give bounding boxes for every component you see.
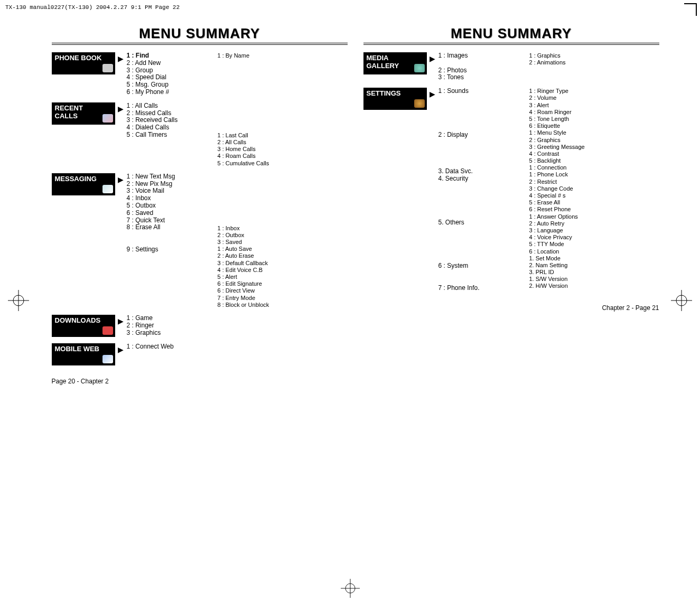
sub-item: 1 : Graphics xyxy=(529,52,659,59)
sub-item: 4 : Special # s xyxy=(529,192,659,199)
crop-mark xyxy=(684,3,697,16)
sub-item: 1 : Phone Lock xyxy=(529,171,659,178)
sub-item: 3 : Default Callback xyxy=(218,260,348,267)
sub-item: 2 : Outbox xyxy=(218,232,348,239)
list-item: 3 : Received Calls xyxy=(127,117,206,124)
list-item xyxy=(438,60,518,67)
sub-item: 6 : Etiquette xyxy=(529,123,659,129)
list-item xyxy=(438,212,518,219)
section-media: MEDIA GALLERY ▶ 1 : Images 2 : Photos 3 … xyxy=(363,52,659,81)
list-item: 6 : My Phone # xyxy=(127,89,206,96)
list-mobileweb: 1 : Connect Web xyxy=(127,343,206,351)
triangle-right-icon: ▶ xyxy=(427,52,438,63)
list-item: 1 : Game xyxy=(127,315,206,322)
sub-item: 3 : Alert xyxy=(529,102,659,109)
list-item xyxy=(438,277,518,285)
sub-item: 2 : Restrict xyxy=(529,179,659,185)
list-item: 3 : Group xyxy=(127,67,206,74)
box-label: DOWNLOADS xyxy=(55,316,101,324)
sub-item: 4 : Roam Calls xyxy=(218,153,348,159)
page-footer-right: Chapter 2 - Page 21 xyxy=(363,305,659,312)
box-label: MEDIA GALLERY xyxy=(367,54,399,70)
triangle-right-icon: ▶ xyxy=(115,52,127,63)
list-item xyxy=(438,226,518,233)
list-item: 1 : Connect Web xyxy=(127,343,206,351)
sub-item: 2 : Auto Retry xyxy=(529,220,659,227)
list-item: 1 : Sounds xyxy=(438,88,518,95)
list-media: 1 : Images 2 : Photos 3 : Tones xyxy=(438,52,518,81)
sub-item: 3 : Home Calls xyxy=(218,146,348,153)
sub-item: 2 : Volume xyxy=(529,95,659,101)
sub-item: 5 : Backlight xyxy=(529,157,659,164)
list-item: 6 : System xyxy=(438,262,518,270)
sub-item: 2 : All Calls xyxy=(218,139,348,146)
list-item xyxy=(438,95,518,102)
list-item xyxy=(438,256,518,263)
list-item: 2 : Missed Calls xyxy=(127,110,206,117)
sub-item: 1 : Ringer Type xyxy=(529,88,659,95)
triangle-right-icon: ▶ xyxy=(115,102,127,113)
box-settings: SETTINGS xyxy=(363,88,427,110)
sub-item: 2. Nam Setting xyxy=(529,262,659,269)
box-label: RECENT CALLS xyxy=(55,104,83,120)
list-item: 5. Others xyxy=(438,219,518,227)
list-item: 5 : Msg. Group xyxy=(127,81,206,89)
sub-item: 3 : Change Code xyxy=(529,185,659,192)
list-item: 5 : Outbox xyxy=(127,202,206,210)
registration-mark-left xyxy=(8,290,29,311)
box-label: SETTINGS xyxy=(367,89,401,97)
box-label: MOBILE WEB xyxy=(55,345,100,353)
box-media: MEDIA GALLERY xyxy=(363,52,427,74)
list-item xyxy=(438,248,518,256)
sub-item: 1 : Inbox xyxy=(218,225,348,232)
list-messaging: 1 : New Text Msg 2 : New Pix Msg 3 : Voi… xyxy=(127,173,206,308)
list-recent: 1 : All Calls 2 : Missed Calls 3 : Recei… xyxy=(127,102,206,167)
section-mobileweb: MOBILE WEB ▶ 1 : Connect Web xyxy=(52,343,348,365)
box-phonebook: PHONE BOOK xyxy=(52,52,115,74)
list-item xyxy=(438,117,518,124)
sub-item: 1 : Last Call xyxy=(218,132,348,139)
list-item: 7 : Quick Text xyxy=(127,217,206,224)
box-recent: RECENT CALLS xyxy=(52,102,115,125)
messaging-icon xyxy=(102,185,113,193)
list-item: 6 : Saved xyxy=(127,210,206,217)
sub-item: 5 : Alert xyxy=(218,274,348,280)
list-item: 4. Security xyxy=(438,175,518,183)
sub-item: 6 : Reset Phone xyxy=(529,206,659,213)
list-item: 1 : New Text Msg xyxy=(127,173,206,181)
sub-item: 5 : Tone Length xyxy=(529,116,659,123)
sub-item: 1. Set Mode xyxy=(529,255,659,262)
box-mobileweb: MOBILE WEB xyxy=(52,343,115,365)
page-footer-left: Page 20 - Chapter 2 xyxy=(52,378,348,386)
list-item: 3 : Tones xyxy=(438,74,518,81)
list-item: 4 : Dialed Calls xyxy=(127,124,206,132)
sub-item: 2 : Auto Erase xyxy=(218,252,348,259)
sub-item: 2 : Graphics xyxy=(529,137,659,144)
sub-item: 4 : Contrast xyxy=(529,151,659,157)
sub-item: 5 : Erase All xyxy=(529,199,659,206)
sub-item: 2 : Animations xyxy=(529,59,659,66)
registration-mark-right xyxy=(671,290,692,311)
list-item xyxy=(438,241,518,248)
list-item: 1 : Find xyxy=(127,52,206,60)
list-phonebook: 1 : Find 2 : Add New 3 : Group 4 : Speed… xyxy=(127,52,206,96)
list-item xyxy=(438,270,518,277)
section-recent: RECENT CALLS ▶ 1 : All Calls 2 : Missed … xyxy=(52,102,348,167)
list-item xyxy=(438,153,518,161)
box-downloads: DOWNLOADS xyxy=(52,315,115,337)
list-item xyxy=(438,204,518,212)
page-right: MENU SUMMARY MEDIA GALLERY ▶ 1 : Images … xyxy=(363,25,659,386)
list-downloads: 1 : Game 2 : Ringer 3 : Graphics xyxy=(127,315,206,336)
sub-item: 5 : TTY Mode xyxy=(529,241,659,248)
section-settings: SETTINGS ▶ 1 : Sounds 2 : Display 3. Dat… xyxy=(363,88,659,292)
list-item xyxy=(438,110,518,117)
sub-item: 6 : Location xyxy=(529,248,659,255)
list-item xyxy=(438,102,518,110)
list-item: 1 : Images xyxy=(438,52,518,60)
sub-item: 5 : Cumulative Calls xyxy=(218,160,348,167)
sub-item: 1 : Menu Style xyxy=(529,129,659,136)
sub-item: 1 : Answer Options xyxy=(529,213,659,220)
page-left: MENU SUMMARY PHONE BOOK ▶ 1 : Find 2 : A… xyxy=(52,25,348,386)
sub-item: 4 : Voice Privacy xyxy=(529,234,659,241)
sub-item: 1. S/W Version xyxy=(529,276,659,283)
